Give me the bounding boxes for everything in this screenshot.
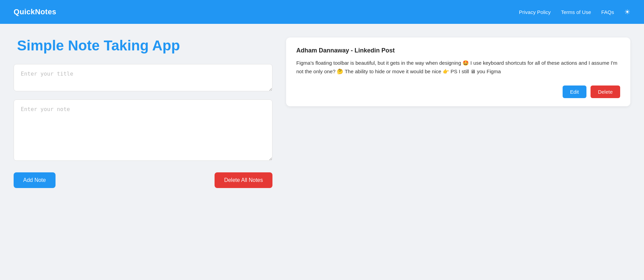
title-input[interactable] — [14, 64, 272, 91]
notes-list: Adham Dannaway - Linkedin Post Figma's f… — [286, 37, 630, 266]
app-logo: QuickNotes — [14, 7, 56, 16]
left-panel: Simple Note Taking App Add Note Delete A… — [14, 37, 272, 266]
faqs-link[interactable]: FAQs — [601, 9, 614, 15]
note-card-actions: Edit Delete — [296, 85, 620, 98]
header-nav: Privacy Policy Terms of Use FAQs ☀ — [519, 8, 630, 16]
main-content: Simple Note Taking App Add Note Delete A… — [0, 24, 644, 280]
action-buttons: Add Note Delete All Notes — [14, 172, 272, 188]
note-input[interactable] — [14, 99, 272, 161]
terms-of-use-link[interactable]: Terms of Use — [561, 9, 591, 15]
privacy-policy-link[interactable]: Privacy Policy — [519, 9, 551, 15]
note-card-title: Adham Dannaway - Linkedin Post — [296, 47, 620, 54]
edit-note-button[interactable]: Edit — [563, 85, 586, 98]
delete-all-notes-button[interactable]: Delete All Notes — [215, 172, 272, 188]
app-header: QuickNotes Privacy Policy Terms of Use F… — [0, 0, 644, 24]
delete-note-button[interactable]: Delete — [591, 85, 620, 98]
note-card-body: Figma's floating toolbar is beautiful, b… — [296, 59, 620, 76]
note-card: Adham Dannaway - Linkedin Post Figma's f… — [286, 37, 630, 106]
add-note-button[interactable]: Add Note — [14, 172, 56, 188]
theme-toggle-icon[interactable]: ☀ — [624, 8, 630, 16]
page-title: Simple Note Taking App — [17, 37, 272, 54]
